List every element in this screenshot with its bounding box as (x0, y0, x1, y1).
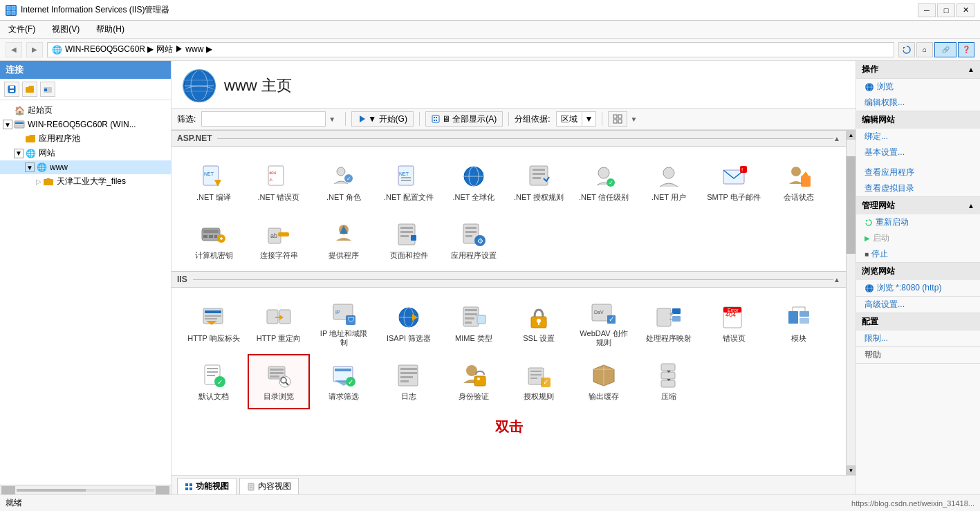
grid-view-btn[interactable] (608, 111, 627, 127)
tab-feature-view[interactable]: 功能视图 (177, 478, 237, 494)
icon-compress[interactable]: 压缩 (638, 354, 700, 409)
icon-http-response[interactable]: HTTP 响应标头 (183, 296, 245, 351)
icon-ip-restrict[interactable]: IP 🛡 IP 地址和域限制 (313, 296, 375, 351)
address-input[interactable]: 🌐 WIN-RE6OQ5GC60R ▶ 网站 ▶ www ▶ (47, 42, 894, 57)
provider-img (330, 221, 358, 248)
close-button[interactable]: ✕ (956, 3, 974, 17)
filter-input[interactable] (201, 111, 326, 127)
refresh-button[interactable] (898, 42, 915, 57)
minimize-button[interactable]: ─ (918, 3, 936, 17)
action-bind[interactable]: 绑定... (856, 129, 980, 145)
icon-net-role[interactable]: ✓ .NET 角色 (313, 155, 375, 210)
action-browse[interactable]: 浏览 (856, 79, 980, 95)
sidebar-small-folder-btn[interactable] (40, 82, 55, 97)
icon-error-page[interactable]: 404 Error 错误页 (703, 296, 765, 351)
collapse-operations[interactable]: ▲ (968, 66, 974, 73)
action-browse-8080[interactable]: 浏览 *:8080 (http) (856, 280, 980, 296)
icon-net-compile[interactable]: NET .NET 编译 (183, 155, 245, 210)
icon-smtp[interactable]: ! SMTP 电子邮件 (703, 155, 765, 210)
icon-connstr[interactable]: ab 连接字符串 (248, 213, 310, 268)
expand-www[interactable]: ▼ (25, 162, 35, 172)
icon-isapi-filter[interactable]: ISAPI 筛选器 (378, 296, 440, 351)
tree-item-tianjin[interactable]: ▷ 天津工业大学_files (0, 174, 171, 189)
icon-net-global[interactable]: .NET 全球化 (443, 155, 505, 210)
action-view-vdir[interactable]: 查看虚拟目录 (856, 180, 980, 196)
tree-item-www[interactable]: ▼ 🌐 www (0, 160, 171, 174)
icon-net-trust[interactable]: ✓ .NET 信任级别 (573, 155, 635, 210)
svg-text:✓: ✓ (609, 180, 613, 186)
tree-item-start[interactable]: 🏠 起始页 (0, 103, 171, 118)
tab-content-view[interactable]: 内容视图 (239, 478, 299, 494)
icon-default-doc[interactable]: ✓ 默认文档 (183, 354, 245, 409)
icon-net-auth[interactable]: .NET 授权规则 (508, 155, 570, 210)
view-dropdown[interactable]: ▼ (630, 115, 637, 123)
icon-provider[interactable]: 提供程序 (313, 213, 375, 268)
sidebar-hscrollbar[interactable] (0, 485, 171, 494)
svg-rect-85 (205, 310, 221, 313)
icon-output-cache[interactable]: 输出缓存 (573, 354, 635, 409)
section-header-iis[interactable]: IIS ▲ (172, 271, 846, 288)
icon-handler[interactable]: 处理程序映射 (638, 296, 700, 351)
menu-file[interactable]: 文件(F) (6, 22, 38, 37)
action-basic-settings[interactable]: 基本设置... (856, 145, 980, 160)
collapse-manage[interactable]: ▲ (968, 202, 974, 210)
icon-mime-type[interactable]: MIME 类型 (443, 296, 505, 351)
content-scrollbar[interactable]: ▲ ▼ (846, 130, 856, 475)
help-nav-button[interactable]: ❓ (958, 42, 974, 57)
svg-rect-76 (400, 235, 409, 237)
maximize-button[interactable]: □ (937, 3, 955, 17)
action-restart[interactable]: 重新启动 (856, 214, 980, 230)
collapse-iis[interactable]: ▲ (833, 276, 840, 284)
icon-net-user[interactable]: .NET 用户 (638, 155, 700, 210)
collapse-aspnet[interactable]: ▲ (833, 135, 840, 142)
action-stop[interactable]: ■ 停止 (856, 246, 980, 262)
icon-appsettings[interactable]: ⚙ 应用程序设置 (443, 213, 505, 268)
back-button[interactable]: ◀ (6, 42, 22, 57)
action-view-app[interactable]: 查看应用程序 (856, 165, 980, 180)
svg-rect-10 (44, 89, 47, 91)
action-edit-perms[interactable]: 编辑权限... (856, 95, 980, 111)
svg-rect-158 (661, 380, 675, 387)
browse-site-header: 浏览网站 (856, 263, 980, 280)
icon-ssl[interactable]: SSL 设置 (508, 296, 570, 351)
toolbar-sep3 (508, 112, 509, 126)
icon-webdav[interactable]: DaV ✓ WebDAV 创作规则 (573, 296, 635, 351)
icon-req-filter[interactable]: ✓ 请求筛选 (313, 354, 375, 409)
config-header: 配置 (856, 313, 980, 331)
action-limits[interactable]: 限制... (856, 331, 980, 346)
icon-logging[interactable]: 日志 (378, 354, 440, 409)
svg-rect-159 (185, 483, 188, 486)
home-button[interactable]: ⌂ (916, 42, 933, 57)
menu-help[interactable]: 帮助(H) (93, 22, 127, 37)
module-label: 模块 (791, 334, 806, 343)
forward-button[interactable]: ▶ (26, 42, 43, 57)
sidebar-folder-btn[interactable] (22, 82, 37, 97)
icon-session[interactable]: 会话状态 (768, 155, 830, 210)
apppool-icon (25, 133, 36, 145)
tree-item-server[interactable]: ▼ WIN-RE6OQ5GC60R (WIN... (0, 118, 171, 131)
section-header-aspnet[interactable]: ASP.NET ▲ (172, 130, 846, 147)
menu-view[interactable]: 视图(V) (49, 22, 82, 37)
svg-rect-161 (185, 487, 188, 490)
icon-auth[interactable]: 身份验证 (443, 354, 505, 409)
icon-module[interactable]: 模块 (768, 296, 830, 351)
icon-machinekey[interactable]: 计算机密钥 (183, 213, 245, 268)
icon-authz[interactable]: ✓ 授权规则 (508, 354, 570, 409)
svg-rect-7 (10, 90, 14, 92)
icon-net-config[interactable]: NET .NET 配置文件 (378, 155, 440, 210)
groupby-dropdown[interactable]: 区域 ▼ (556, 111, 597, 127)
tree-item-apppool[interactable]: 应用程序池 (0, 131, 171, 146)
sidebar-save-btn[interactable] (4, 82, 19, 97)
action-advanced-settings[interactable]: 高级设置... (856, 297, 980, 313)
start-filter-btn[interactable]: ▼ 开始(G) (351, 111, 414, 127)
show-all-btn[interactable]: 🖥 全部显示(A) (425, 111, 503, 127)
expand-server[interactable]: ▼ (3, 120, 12, 129)
status-text: 就绪 (6, 497, 22, 509)
network-button[interactable]: 🔗 (934, 42, 956, 57)
icon-http-redirect[interactable]: HTTP 重定向 (248, 296, 310, 351)
expand-sites[interactable]: ▼ (14, 149, 24, 158)
icon-dir-browse[interactable]: 目录浏览 (248, 354, 310, 409)
tree-item-sites[interactable]: ▼ 🌐 网站 (0, 146, 171, 160)
icon-net-error[interactable]: 404 ⚠ .NET 错误页 (248, 155, 310, 210)
icon-pagecontrol[interactable]: 页面和控件 (378, 213, 440, 268)
